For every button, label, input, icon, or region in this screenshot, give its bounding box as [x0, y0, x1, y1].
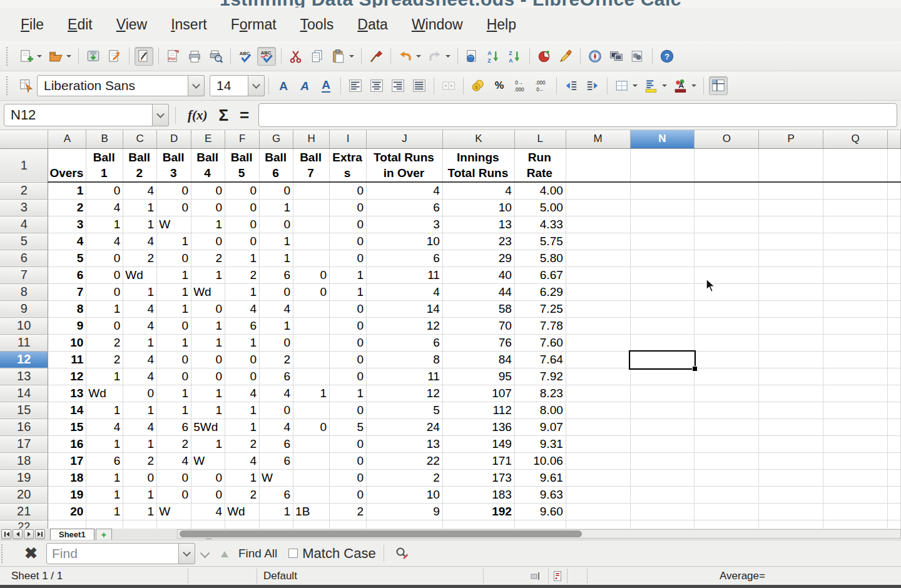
cell-O4[interactable] [695, 216, 759, 233]
cell-partial[interactable] [442, 520, 514, 529]
cell-partial[interactable] [260, 520, 293, 529]
menu-tools[interactable]: Tools [288, 13, 346, 36]
cell-C12[interactable]: 4 [123, 351, 157, 368]
cell-E9[interactable]: 0 [191, 300, 225, 317]
cell-B10[interactable]: 0 [86, 317, 123, 334]
cell-X10[interactable] [887, 317, 900, 334]
cell-Q17[interactable] [823, 435, 888, 452]
column-header-M[interactable]: M [566, 130, 630, 148]
cell-A1[interactable]: Overs [48, 148, 86, 182]
row-header-9[interactable]: 9 [0, 300, 48, 317]
cell-I6[interactable]: 0 [330, 250, 367, 266]
cell-E8[interactable]: Wd [191, 283, 225, 300]
cell-B4[interactable]: 1 [86, 216, 123, 233]
cell-H20[interactable] [293, 486, 330, 503]
cell-G9[interactable]: 4 [260, 300, 293, 317]
cell-M8[interactable] [566, 283, 630, 300]
cell-K5[interactable]: 23 [442, 233, 514, 250]
cell-J12[interactable]: 8 [367, 351, 443, 368]
decrease-indent-icon[interactable] [562, 76, 581, 95]
edit-mode-icon[interactable] [135, 47, 153, 66]
row-header-14[interactable]: 14 [0, 385, 48, 402]
undo-icon[interactable] [396, 47, 415, 66]
cell-L2[interactable]: 4.00 [514, 182, 566, 199]
sort-descending-icon[interactable]: ZA [506, 47, 524, 66]
cell-G6[interactable]: 1 [260, 250, 293, 266]
cell-I10[interactable]: 0 [330, 317, 367, 334]
sort-ascending-icon[interactable]: AZ [484, 47, 503, 66]
cell-P11[interactable] [759, 334, 823, 351]
cell-G11[interactable]: 0 [260, 334, 293, 351]
cell-L15[interactable]: 8.00 [514, 402, 566, 418]
cell-O14[interactable] [695, 385, 759, 402]
cell-K16[interactable]: 136 [442, 418, 514, 435]
cell-H16[interactable]: 0 [293, 418, 330, 435]
italic-icon[interactable]: A [295, 76, 314, 95]
cell-O16[interactable] [695, 418, 759, 435]
cell-partial[interactable] [695, 520, 759, 529]
font-size-combo[interactable]: 14 [210, 75, 248, 96]
cell-I18[interactable]: 0 [330, 452, 367, 469]
cell-X14[interactable] [887, 385, 900, 402]
cell-O20[interactable] [695, 486, 759, 503]
cell-A11[interactable]: 10 [48, 334, 86, 351]
cell-X13[interactable] [887, 368, 900, 385]
cell-D7[interactable]: 1 [157, 266, 191, 283]
cell-X18[interactable] [887, 452, 900, 469]
currency-icon[interactable]: $ [469, 76, 487, 95]
cell-I8[interactable]: 1 [330, 283, 367, 300]
cell-M13[interactable] [566, 368, 630, 385]
cell-I7[interactable]: 1 [330, 266, 367, 283]
email-document-icon[interactable] [105, 47, 124, 66]
cell-A17[interactable]: 16 [48, 435, 86, 452]
column-header-L[interactable]: L [514, 130, 566, 148]
cell-J20[interactable]: 10 [367, 486, 443, 503]
cell-partial[interactable] [123, 520, 157, 529]
cell-K13[interactable]: 95 [442, 368, 514, 385]
row-header-7[interactable]: 7 [0, 266, 48, 283]
cell-partial[interactable] [630, 520, 695, 529]
cell-B12[interactable]: 2 [86, 351, 123, 368]
cell-X21[interactable] [887, 503, 900, 520]
underline-icon[interactable]: A [317, 76, 335, 95]
cell-E16[interactable]: 5Wd [191, 418, 225, 435]
cell-X9[interactable] [887, 300, 900, 317]
cell-P3[interactable] [759, 199, 823, 216]
cell-K17[interactable]: 149 [442, 435, 514, 452]
cell-G10[interactable]: 1 [260, 317, 293, 334]
cell-A7[interactable]: 6 [48, 266, 86, 283]
column-header-J[interactable]: J [367, 130, 443, 148]
cell-I16[interactable]: 5 [330, 418, 367, 435]
cell-F20[interactable]: 2 [225, 486, 260, 503]
cell-J16[interactable]: 24 [367, 418, 443, 435]
font-color-icon[interactable] [671, 76, 690, 95]
cell-L4[interactable]: 4.33 [514, 216, 566, 233]
draw-functions-icon[interactable] [556, 47, 575, 66]
cell-I19[interactable]: 0 [330, 469, 367, 486]
cell-K18[interactable]: 171 [442, 452, 514, 469]
find-history-dropdown[interactable] [179, 543, 195, 564]
cell-G19[interactable]: W [260, 469, 293, 486]
page-style-status[interactable]: Default [263, 567, 297, 585]
cell-X3[interactable] [887, 199, 900, 216]
cell-A15[interactable]: 14 [48, 402, 86, 418]
column-header-K[interactable]: K [442, 130, 514, 148]
cell-A18[interactable]: 17 [48, 452, 86, 469]
cell-A21[interactable]: 20 [48, 503, 86, 520]
cell-P15[interactable] [759, 402, 823, 418]
cell-F4[interactable]: 0 [225, 216, 260, 233]
cell-D8[interactable]: 1 [157, 283, 191, 300]
cell-B17[interactable]: 1 [86, 435, 123, 452]
cell-D13[interactable]: 0 [157, 368, 191, 385]
cell-H19[interactable] [293, 469, 330, 486]
cell-O18[interactable] [695, 452, 759, 469]
add-sheet-button[interactable]: + [96, 529, 112, 540]
cell-L5[interactable]: 5.75 [514, 233, 566, 250]
cell-empty[interactable] [695, 148, 759, 182]
cell-J7[interactable]: 11 [367, 266, 443, 283]
cell-P2[interactable] [759, 182, 823, 199]
cell-Q4[interactable] [823, 216, 888, 233]
cell-P5[interactable] [759, 233, 823, 250]
cell-D21[interactable]: W [157, 503, 191, 520]
cell-H8[interactable]: 0 [293, 283, 330, 300]
